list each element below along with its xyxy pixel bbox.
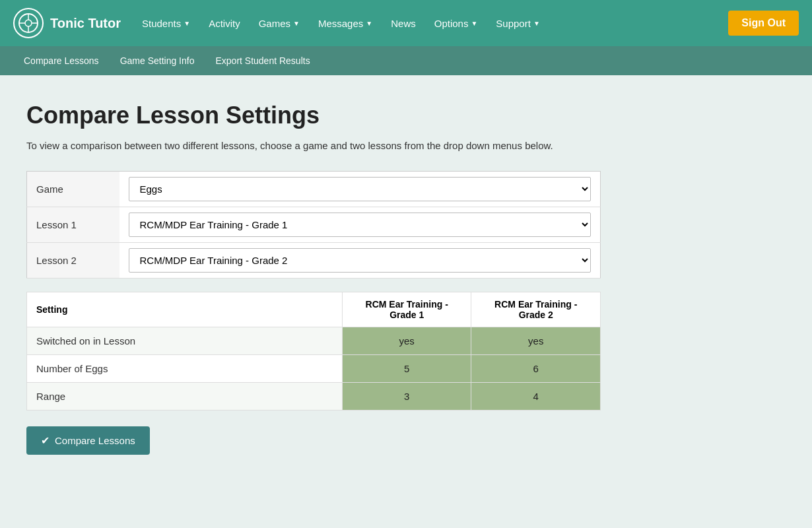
checkmark-icon: ✔ (41, 434, 50, 447)
sub-navbar: Compare Lessons Game Setting Info Export… (0, 46, 812, 75)
value-col2: 4 (471, 383, 601, 411)
value-col1: 3 (342, 383, 471, 411)
setting-cell: Number of Eggs (27, 355, 343, 383)
options-dropdown-icon: ▼ (471, 20, 477, 27)
messages-dropdown-icon: ▼ (366, 20, 372, 27)
value-col1: yes (342, 327, 471, 355)
table-row: Switched on in Lessonyesyes (27, 327, 601, 355)
compare-lessons-button[interactable]: ✔ Compare Lessons (26, 426, 150, 455)
lesson1-label: Lesson 1 (27, 207, 119, 243)
nav-item-news[interactable]: News (383, 13, 424, 34)
value-col1: 5 (342, 355, 471, 383)
support-dropdown-icon: ▼ (533, 20, 540, 27)
lesson2-row: Lesson 2 RCM/MDP Ear Training - Grade 2 (27, 243, 601, 279)
sub-nav-compare-lessons[interactable]: Compare Lessons (13, 49, 110, 73)
lesson2-select[interactable]: RCM/MDP Ear Training - Grade 2 (129, 248, 592, 273)
nav-item-options[interactable]: Options ▼ (426, 13, 486, 34)
setting-cell: Range (27, 383, 343, 411)
nav-item-messages[interactable]: Messages ▼ (310, 13, 380, 34)
page-description: To view a comparison between two differe… (26, 140, 607, 151)
col-header-grade2: RCM Ear Training - Grade 2 (471, 292, 601, 327)
nav-item-activity[interactable]: Activity (201, 13, 248, 34)
lesson1-row: Lesson 1 RCM/MDP Ear Training - Grade 1 (27, 207, 601, 243)
col-header-grade1: RCM Ear Training - Grade 1 (342, 292, 471, 327)
nav-item-students[interactable]: Students ▼ (134, 13, 198, 34)
games-dropdown-icon: ▼ (293, 20, 300, 27)
sign-out-button[interactable]: Sign Out (728, 11, 799, 36)
form-table: Game Eggs Lesson 1 RCM/MDP Ear Training … (26, 171, 601, 279)
nav-item-support[interactable]: Support ▼ (488, 13, 547, 34)
game-label: Game (27, 172, 119, 207)
value-col2: 6 (471, 355, 601, 383)
setting-cell: Switched on in Lesson (27, 327, 343, 355)
students-dropdown-icon: ▼ (184, 20, 190, 27)
col-header-setting: Setting (27, 292, 343, 327)
table-row: Number of Eggs56 (27, 355, 601, 383)
page-title: Compare Lesson Settings (26, 102, 607, 129)
lesson1-select[interactable]: RCM/MDP Ear Training - Grade 1 (129, 213, 592, 237)
value-col2: yes (471, 327, 601, 355)
sub-nav-export-results[interactable]: Export Student Results (205, 49, 320, 73)
lesson2-label: Lesson 2 (27, 243, 119, 279)
navbar-right: Sign Out (728, 11, 799, 36)
nav-items: Students ▼ Activity Games ▼ Messages ▼ N… (134, 13, 728, 34)
game-select[interactable]: Eggs (129, 177, 592, 201)
main-content: Compare Lesson Settings To view a compar… (0, 75, 634, 481)
svg-point-1 (25, 20, 32, 26)
brand-name-label: Tonic Tutor (50, 16, 121, 31)
game-row: Game Eggs (27, 172, 601, 207)
nav-item-games[interactable]: Games ▼ (251, 13, 308, 34)
main-navbar: Tonic Tutor Students ▼ Activity Games ▼ … (0, 0, 812, 46)
comparison-table: Setting RCM Ear Training - Grade 1 RCM E… (26, 292, 601, 411)
compare-button-label: Compare Lessons (55, 435, 135, 446)
brand-logo-icon (13, 8, 44, 38)
sub-nav-game-setting-info[interactable]: Game Setting Info (110, 49, 205, 73)
brand-link[interactable]: Tonic Tutor (13, 8, 121, 38)
table-row: Range34 (27, 383, 601, 411)
